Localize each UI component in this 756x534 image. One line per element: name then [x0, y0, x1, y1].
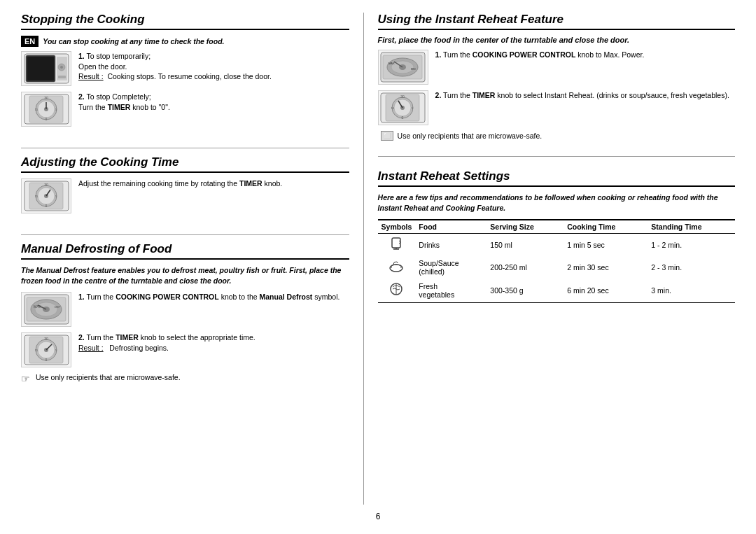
svg-text:0: 0	[45, 117, 47, 121]
svg-text:30: 30	[44, 183, 48, 187]
sym-drinks	[378, 234, 416, 257]
col-serving: Serving Size	[486, 220, 564, 234]
reheat-step1-text: 1. Turn the COOKING POWER CONTROL knob t…	[435, 50, 735, 60]
svg-text:0: 0	[45, 204, 47, 208]
table-row: Soup/Sauce(chilled) 200-250 ml 2 min 30 …	[378, 256, 735, 279]
defrost-step2: 30 0 15 5 2. Turn the TIMER knob to sele…	[21, 332, 349, 367]
svg-text:MAX: MAX	[34, 304, 42, 309]
en-badge: EN	[21, 36, 38, 47]
defrost-intro: The Manual Defrost feature enables you t…	[21, 265, 349, 286]
standing-veg: 3 min.	[648, 279, 735, 303]
using-intro: First, place the food in the center of t…	[378, 36, 735, 44]
instant-section: Instant Reheat Settings Here are a few t…	[378, 169, 735, 303]
table-header-row: Symbols Food Serving Size Cooking Time S…	[378, 220, 735, 234]
sym-veg	[378, 279, 416, 303]
reheat-step2: 30 0 15 5 2. Turn the TIMER knob to sele…	[378, 90, 735, 125]
cooking-veg: 6 min 20 sec	[564, 279, 648, 303]
instant-title: Instant Reheat Settings	[378, 169, 735, 187]
timer-display-svg: 30 0 15 5	[380, 92, 426, 123]
svg-point-5	[60, 66, 63, 69]
food-soup: Soup/Sauce(chilled)	[415, 256, 486, 279]
stopping-step1: 1. To stop temporarily; Open the door. R…	[21, 51, 349, 86]
svg-text:MIN: MIN	[411, 68, 416, 71]
stopping-step2-text: 2. To stop Completely; Turn the TIMER kn…	[78, 92, 349, 112]
defrost-step1-text: 1. Turn the COOKING POWER CONTROL knob t…	[78, 292, 349, 302]
page: Stopping the Cooking EN You can stop coo…	[0, 0, 756, 534]
timer-image-adjust: 30 0 15 5	[21, 178, 71, 213]
timer-display-image: 30 0 15 5	[378, 90, 428, 125]
svg-text:15: 15	[34, 195, 38, 198]
defrost-note-text: Use only recipients that are microwave-s…	[36, 373, 181, 381]
instant-tip: Here are a few tips and recommendations …	[378, 192, 735, 213]
timer-svg-adjust: 30 0 15 5	[24, 181, 69, 211]
divider-2	[21, 234, 349, 235]
timer-svg-stop: 30 0 15 5	[24, 94, 69, 125]
col-cooking: Cooking Time	[564, 220, 648, 234]
adjusting-section: Adjusting the Cooking Time 30 0 15	[21, 155, 349, 219]
timer-image-defrost: 30 0 15 5	[21, 332, 71, 367]
stopping-step1-text: 1. To stop temporarily; Open the door. R…	[78, 51, 349, 82]
microwave-svg	[24, 53, 69, 84]
sym-soup	[378, 256, 416, 279]
using-section: Using the Instant Reheat Feature First, …	[378, 13, 735, 141]
defrost-step2-text: 2. Turn the TIMER knob to select the app…	[78, 332, 349, 353]
serving-drinks: 150 ml	[486, 234, 564, 257]
standing-drinks: 1 - 2 min.	[648, 234, 735, 257]
power-knob-svg: MAX DEF	[24, 294, 69, 325]
adjusting-title: Adjusting the Cooking Time	[21, 155, 349, 173]
table-row: Freshvegetables 300-350 g 6 min 20 sec 3…	[378, 279, 735, 303]
table-row: Drinks 150 ml 1 min 5 sec 1 - 2 min.	[378, 234, 735, 257]
power-display-image: MAX MIN	[378, 50, 428, 85]
svg-text:DEF: DEF	[55, 305, 61, 309]
divider-1	[21, 148, 349, 148]
reheat-table: Symbols Food Serving Size Cooking Time S…	[378, 219, 735, 303]
cooking-soup: 2 min 30 sec	[564, 256, 648, 279]
serving-veg: 300-350 g	[486, 279, 564, 303]
timer-svg-defrost: 30 0 15 5	[24, 335, 69, 365]
divider-right-1	[378, 156, 735, 157]
col-food: Food	[415, 220, 486, 234]
defrost-note: ☞ Use only recipients that are microwave…	[21, 373, 349, 384]
svg-text:MAX: MAX	[388, 62, 395, 65]
svg-rect-63	[392, 238, 400, 248]
power-display-svg: MAX MIN	[380, 52, 426, 83]
right-column: Using the Instant Reheat Feature First, …	[364, 13, 735, 505]
col-symbols: Symbols	[378, 220, 416, 234]
cooking-drinks: 1 min 5 sec	[564, 234, 648, 257]
standing-soup: 2 - 3 min.	[648, 256, 735, 279]
stopping-intro: You can stop cooking at any time to chec…	[43, 37, 224, 45]
stopping-title: Stopping the Cooking	[21, 13, 349, 30]
power-knob-image: MAX DEF	[21, 292, 71, 327]
microwave-safe-icon: ⬜	[381, 131, 393, 141]
food-drinks: Drinks	[415, 234, 486, 257]
svg-text:30: 30	[44, 96, 48, 100]
svg-text:30: 30	[400, 94, 405, 99]
using-title: Using the Instant Reheat Feature	[378, 13, 735, 30]
svg-text:15: 15	[34, 349, 38, 352]
svg-text:15: 15	[391, 106, 395, 110]
defrost-section: Manual Defrosting of Food The Manual Def…	[21, 242, 349, 384]
microwave-image	[21, 51, 71, 86]
adjusting-text: Adjust the remaining cooking time by rot…	[78, 178, 349, 189]
col-standing: Standing Time	[648, 220, 735, 234]
note-icon-defrost: ☞	[21, 373, 30, 384]
food-veg: Freshvegetables	[415, 279, 486, 303]
svg-rect-6	[58, 76, 66, 78]
svg-text:0: 0	[402, 115, 404, 120]
stopping-section: Stopping the Cooking EN You can stop coo…	[21, 13, 349, 132]
defrost-step1: MAX DEF 1. Turn the COOKING POWER CONTRO…	[21, 292, 349, 327]
svg-text:0: 0	[45, 358, 47, 362]
stopping-step2: 30 0 15 5 2. To stop Completely; Turn th…	[21, 92, 349, 127]
reheat-step1: MAX MIN 1. Turn the COOKING POWER CONTRO…	[378, 50, 735, 85]
serving-soup: 200-250 ml	[486, 256, 564, 279]
using-note-text: Use only recipients that are microwave-s…	[398, 132, 542, 140]
defrost-title: Manual Defrosting of Food	[21, 242, 349, 260]
adjusting-row: 30 0 15 5 Adjust the remaining cooking t…	[21, 178, 349, 213]
timer-image-stop: 30 0 15 5	[21, 92, 71, 127]
reheat-step2-text: 2. Turn the TIMER knob to select Instant…	[435, 90, 735, 101]
page-number: 6	[21, 512, 735, 521]
svg-text:15: 15	[34, 108, 38, 111]
left-column: Stopping the Cooking EN You can stop coo…	[21, 13, 364, 505]
svg-rect-2	[27, 57, 54, 80]
svg-text:30: 30	[44, 337, 48, 341]
